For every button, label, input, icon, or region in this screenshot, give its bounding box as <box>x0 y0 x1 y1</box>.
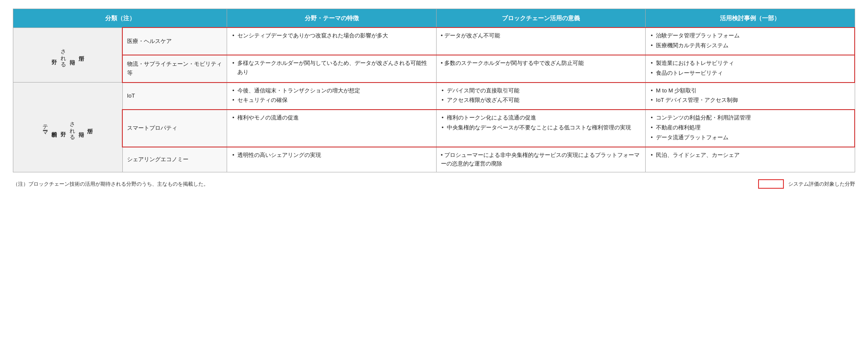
header-features: 分野・テーマの特徴 <box>227 9 436 28</box>
example-item: 治験データ管理プラットフォーム <box>650 31 850 40</box>
category-cell: 活用が 期待 される 分野 <box>13 28 123 82</box>
feature-item: セキュリティの確保 <box>231 96 431 105</box>
legend-label: システム評価の対象した分野 <box>788 181 855 188</box>
feature-item: センシティブデータでありかつ改竄された場合の影響が多大 <box>231 31 431 40</box>
example-item: コンテンツの利益分配・利用許諾管理 <box>650 113 850 123</box>
significance-cell: 権利のトークン化による流通の促進中央集権的なデータベースが不要なことによる低コス… <box>436 110 645 147</box>
table-row: 物流・サプライチェーン・モビリティ等多様なステークホルダーが関与しているため、デ… <box>13 55 855 83</box>
example-item: 食品のトレーサービリティ <box>650 69 850 78</box>
example-item: データ流通プラットフォーム <box>650 133 850 142</box>
features-cell: 透明性の高いシェアリングの実現 <box>227 147 436 172</box>
legend-box <box>758 179 784 189</box>
features-cell: 今後、通信端末・トランザクションの増大が想定セキュリティの確保 <box>227 83 436 110</box>
example-item: 製造業におけるトレサビリティ <box>650 59 850 68</box>
example-item: 不動産の権利処理 <box>650 123 850 132</box>
table-row: 活用が 期待 される 分野 横断的 テーマIoT今後、通信端末・トランザクション… <box>13 83 855 110</box>
main-table: 分類（注） 分野・テーマの特徴 ブロックチェーン活用の意義 活用検討事例（一部）… <box>13 9 855 172</box>
header-significance: ブロックチェーン活用の意義 <box>436 9 645 28</box>
feature-item: 今後、通信端末・トランザクションの増大が想定 <box>231 86 431 95</box>
table-row: シェアリングエコノミー透明性の高いシェアリングの実現• プロシューマーによる非中… <box>13 147 855 172</box>
sub-category-cell: IoT <box>122 83 227 110</box>
significance-item: デバイス間での直接取引可能 <box>441 86 641 95</box>
examples-cell: M to M 少額取引IoT デバイス管理・アクセス制御 <box>646 83 855 110</box>
example-item: IoT デバイス管理・アクセス制御 <box>650 96 850 105</box>
example-item: 医療機関カルテ共有システム <box>650 41 850 50</box>
significance-item: 権利のトークン化による流通の促進 <box>441 113 641 123</box>
footnote-text: （注）ブロックチェーン技術の活用が期待される分野のうち、主なものを掲載した。 <box>13 181 758 188</box>
sub-category-cell: 医療・ヘルスケア <box>122 28 227 55</box>
example-item: 民泊、ライドシェア、カーシェア <box>650 151 850 160</box>
feature-item: 透明性の高いシェアリングの実現 <box>231 151 431 160</box>
category-cell: 活用が 期待 される 分野 横断的 テーマ <box>13 83 123 172</box>
significance-cell: • 多数のステークホルダーが関与する中で改ざん防止可能 <box>436 55 645 83</box>
sub-category-cell: スマートプロパティ <box>122 110 227 147</box>
features-cell: 多様なステークホルダーが関与しているため、データが改ざんされる可能性あり <box>227 55 436 83</box>
feature-item: 権利やモノの流通の促進 <box>231 113 431 123</box>
footnote-area: （注）ブロックチェーン技術の活用が期待される分野のうち、主なものを掲載した。 シ… <box>13 179 855 189</box>
examples-cell: コンテンツの利益分配・利用許諾管理不動産の権利処理データ流通プラットフォーム <box>646 110 855 147</box>
examples-cell: 製造業におけるトレサビリティ食品のトレーサービリティ <box>646 55 855 83</box>
sub-category-cell: 物流・サプライチェーン・モビリティ等 <box>122 55 227 83</box>
significance-cell: • プロシューマーによる非中央集権的なサービスの実現によるプラットフォーマーの恣… <box>436 147 645 172</box>
examples-cell: 治験データ管理プラットフォーム医療機関カルテ共有システム <box>646 28 855 55</box>
table-row: スマートプロパティ権利やモノの流通の促進権利のトークン化による流通の促進中央集権… <box>13 110 855 147</box>
example-item: M to M 少額取引 <box>650 86 850 95</box>
significance-cell: • データが改ざん不可能 <box>436 28 645 55</box>
table-row: 活用が 期待 される 分野医療・ヘルスケアセンシティブデータでありかつ改竄された… <box>13 28 855 55</box>
table-header-row: 分類（注） 分野・テーマの特徴 ブロックチェーン活用の意義 活用検討事例（一部） <box>13 9 855 28</box>
significance-item: アクセス権限が改ざん不可能 <box>441 96 641 105</box>
significance-cell: デバイス間での直接取引可能アクセス権限が改ざん不可能 <box>436 83 645 110</box>
feature-item: 多様なステークホルダーが関与しているため、データが改ざんされる可能性あり <box>231 59 431 77</box>
header-examples: 活用検討事例（一部） <box>646 9 855 28</box>
header-classification: 分類（注） <box>13 9 227 28</box>
significance-item: 中央集権的なデータベースが不要なことによる低コストな権利管理の実現 <box>441 123 641 132</box>
features-cell: センシティブデータでありかつ改竄された場合の影響が多大 <box>227 28 436 55</box>
sub-category-cell: シェアリングエコノミー <box>122 147 227 172</box>
examples-cell: 民泊、ライドシェア、カーシェア <box>646 147 855 172</box>
features-cell: 権利やモノの流通の促進 <box>227 110 436 147</box>
legend-area: システム評価の対象した分野 <box>758 179 855 189</box>
